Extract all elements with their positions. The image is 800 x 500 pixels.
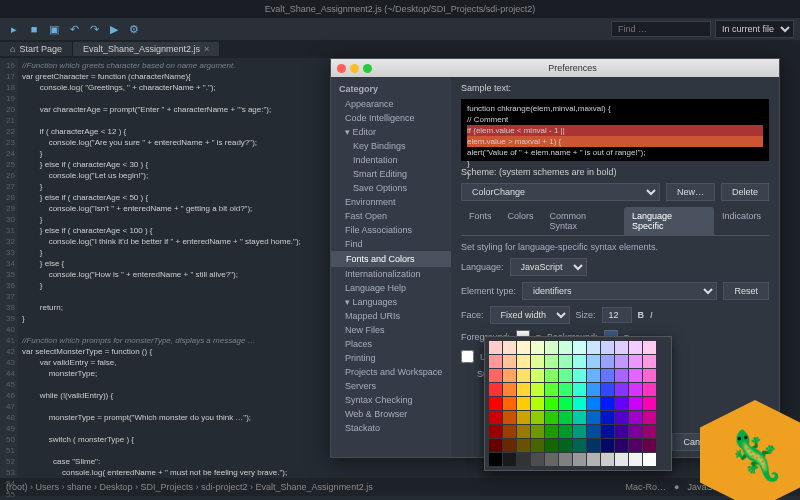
category-item[interactable]: Indentation (331, 153, 451, 167)
zoom-icon[interactable] (363, 64, 372, 73)
color-swatch[interactable] (503, 453, 516, 466)
color-swatch[interactable] (559, 383, 572, 396)
undo-icon[interactable]: ↶ (66, 21, 82, 37)
category-item[interactable]: Printing (331, 351, 451, 365)
category-item[interactable]: Environment (331, 195, 451, 209)
color-swatch[interactable] (489, 439, 502, 452)
category-item[interactable]: Web & Browser (331, 407, 451, 421)
color-swatch[interactable] (517, 425, 530, 438)
color-swatch[interactable] (517, 453, 530, 466)
color-swatch[interactable] (531, 411, 544, 424)
subtab-indicators[interactable]: Indicators (714, 207, 769, 235)
color-swatch[interactable] (517, 397, 530, 410)
color-swatch[interactable] (503, 439, 516, 452)
color-swatch[interactable] (643, 383, 656, 396)
color-swatch[interactable] (531, 425, 544, 438)
category-item[interactable]: Key Bindings (331, 139, 451, 153)
language-select[interactable]: JavaScript (510, 258, 587, 276)
color-swatch[interactable] (573, 425, 586, 438)
color-swatch[interactable] (489, 369, 502, 382)
color-swatch[interactable] (503, 383, 516, 396)
color-swatch[interactable] (573, 397, 586, 410)
minimize-icon[interactable] (350, 64, 359, 73)
color-swatch[interactable] (531, 397, 544, 410)
category-item[interactable]: Internationalization (331, 267, 451, 281)
tools-icon[interactable]: ⚙ (126, 21, 142, 37)
subtab-colors[interactable]: Colors (500, 207, 542, 235)
color-swatch[interactable] (545, 425, 558, 438)
prefs-titlebar[interactable]: Preferences (331, 59, 779, 77)
color-swatch[interactable] (559, 369, 572, 382)
category-item[interactable]: Syntax Checking (331, 393, 451, 407)
category-item[interactable]: Find (331, 237, 451, 251)
category-item[interactable]: New Files (331, 323, 451, 337)
color-swatch[interactable] (559, 411, 572, 424)
color-swatch[interactable] (489, 397, 502, 410)
color-swatch[interactable] (643, 397, 656, 410)
color-swatch[interactable] (517, 355, 530, 368)
color-swatch[interactable] (517, 383, 530, 396)
category-item[interactable]: Language Help (331, 281, 451, 295)
category-item[interactable]: ▾ Editor (331, 125, 451, 139)
color-swatch[interactable] (573, 439, 586, 452)
color-swatch[interactable] (643, 369, 656, 382)
color-swatch[interactable] (545, 383, 558, 396)
color-swatch[interactable] (587, 397, 600, 410)
new-file-icon[interactable]: ▸ (6, 21, 22, 37)
color-swatch[interactable] (629, 425, 642, 438)
color-swatch[interactable] (545, 355, 558, 368)
color-swatch[interactable] (615, 453, 628, 466)
color-swatch[interactable] (545, 453, 558, 466)
color-swatch[interactable] (531, 355, 544, 368)
new-scheme-button[interactable]: New… (666, 183, 715, 201)
color-swatch[interactable] (503, 341, 516, 354)
subtab-fonts[interactable]: Fonts (461, 207, 500, 235)
color-swatch[interactable] (601, 439, 614, 452)
color-swatch[interactable] (601, 355, 614, 368)
color-swatch[interactable] (629, 369, 642, 382)
color-swatch[interactable] (643, 341, 656, 354)
color-swatch[interactable] (573, 383, 586, 396)
color-swatch[interactable] (503, 397, 516, 410)
color-swatch[interactable] (531, 453, 544, 466)
color-swatch[interactable] (601, 453, 614, 466)
folder-icon[interactable]: ▣ (46, 21, 62, 37)
color-swatch[interactable] (615, 425, 628, 438)
color-swatch[interactable] (643, 453, 656, 466)
color-swatch[interactable] (545, 411, 558, 424)
color-swatch[interactable] (503, 411, 516, 424)
color-swatch[interactable] (531, 369, 544, 382)
color-swatch[interactable] (587, 355, 600, 368)
color-swatch[interactable] (517, 411, 530, 424)
tab-start-page[interactable]: ⌂Start Page (0, 42, 73, 56)
category-item[interactable]: Save Options (331, 181, 451, 195)
find-input[interactable] (611, 21, 711, 37)
color-swatch[interactable] (489, 411, 502, 424)
size-input[interactable] (602, 307, 632, 323)
color-swatch[interactable] (573, 341, 586, 354)
italic-toggle[interactable]: I (650, 310, 653, 320)
color-swatch[interactable] (559, 425, 572, 438)
color-swatch[interactable] (643, 355, 656, 368)
color-swatch[interactable] (615, 397, 628, 410)
play-icon[interactable]: ▶ (106, 21, 122, 37)
subtab-common-syntax[interactable]: Common Syntax (542, 207, 624, 235)
color-swatch[interactable] (489, 425, 502, 438)
subtab-language-specific[interactable]: Language Specific (624, 207, 714, 235)
color-swatch[interactable] (531, 341, 544, 354)
color-swatch[interactable] (489, 341, 502, 354)
color-swatch[interactable] (489, 355, 502, 368)
category-item[interactable]: Smart Editing (331, 167, 451, 181)
color-swatch[interactable] (629, 411, 642, 424)
color-swatch[interactable] (587, 383, 600, 396)
color-swatch[interactable] (601, 425, 614, 438)
status-encoding[interactable]: Mac-Ro… (626, 482, 667, 492)
category-item[interactable]: Code Intelligence (331, 111, 451, 125)
color-swatch[interactable] (587, 411, 600, 424)
element-type-select[interactable]: identifiers (522, 282, 717, 300)
color-swatch[interactable] (615, 355, 628, 368)
color-swatch[interactable] (615, 341, 628, 354)
color-swatch[interactable] (615, 383, 628, 396)
color-swatch[interactable] (643, 411, 656, 424)
color-swatch[interactable] (601, 341, 614, 354)
